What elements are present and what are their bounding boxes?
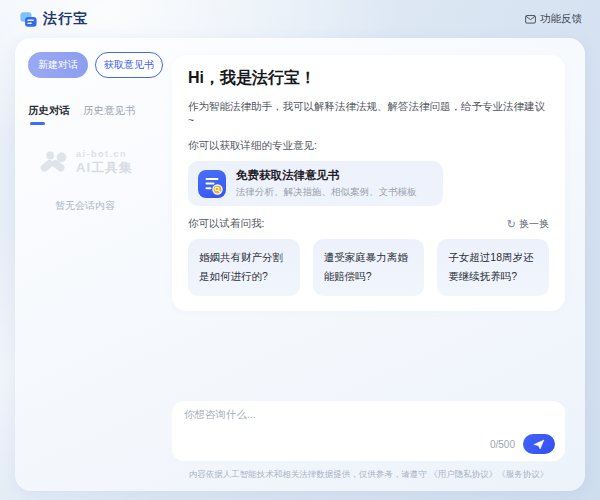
conversation-empty-space <box>172 311 565 401</box>
empty-conversation-text: 暂无会话内容 <box>28 199 142 213</box>
sidebar: 新建对话 获取意见书 历史对话 历史意见书 <box>15 38 150 491</box>
terms-of-service-link[interactable]: 《服务协议》 <box>497 469 548 479</box>
refresh-icon: ↻ <box>507 218 516 231</box>
watermark-url: ai-bot.cn <box>76 149 133 159</box>
main-panel: 新建对话 获取意见书 历史对话 历史意见书 <box>15 38 585 491</box>
question-card-1[interactable]: 婚姻共有财产分割是如何进行的? <box>188 239 300 296</box>
greeting-description: 作为智能法律助手，我可以解释法律法规、解答法律问题，给予专业法律建议~ <box>188 100 549 126</box>
logo-icon <box>20 11 37 28</box>
send-icon <box>533 439 545 450</box>
tab-history-chats[interactable]: 历史对话 <box>28 104 70 125</box>
tab-history-chats-label: 历史对话 <box>28 104 70 116</box>
message-input[interactable] <box>184 408 555 434</box>
send-button[interactable] <box>523 434 555 454</box>
feedback-button[interactable]: 功能反馈 <box>525 12 582 26</box>
tab-history-opinions-label: 历史意见书 <box>83 104 136 116</box>
active-tab-underline <box>30 122 45 125</box>
opinion-card-title: 免费获取法律意见书 <box>236 168 417 183</box>
char-counter: 0/500 <box>490 439 515 450</box>
chat-area: Hi，我是法行宝！ 作为智能法律助手，我可以解释法律法规、解答法律问题，给予专业… <box>150 38 585 491</box>
disclaimer-text: 内容依据人工智能技术和相关法律数据提供，仅供参考，请遵守 <box>189 469 429 479</box>
question-card-2[interactable]: 遭受家庭暴力离婚能赔偿吗? <box>313 239 425 296</box>
sidebar-actions: 新建对话 获取意见书 <box>28 52 142 78</box>
question-card-3[interactable]: 子女超过18周岁还要继续抚养吗? <box>437 239 549 296</box>
message-composer: 0/500 <box>172 401 565 461</box>
app-logo[interactable]: 法行宝 <box>20 10 88 28</box>
privacy-policy-link[interactable]: 《用户隐私协议》 <box>429 469 497 479</box>
aibot-logo-icon <box>37 149 71 177</box>
app-header: 法行宝 功能反馈 <box>0 0 600 38</box>
greeting-title: Hi，我是法行宝！ <box>188 68 549 89</box>
feedback-label: 功能反馈 <box>540 12 582 26</box>
tab-history-opinions[interactable]: 历史意见书 <box>83 104 136 125</box>
new-chat-button[interactable]: 新建对话 <box>28 52 88 78</box>
page: 法行宝 功能反馈 新建对话 获取意见书 历史对话 <box>0 0 600 500</box>
composer-bottom-bar: 0/500 <box>184 434 555 454</box>
suggest-intro-text: 你可以试着问我: <box>188 217 264 231</box>
watermark: ai-bot.cn AI工具集 <box>28 149 142 177</box>
legal-document-icon <box>198 170 226 198</box>
refresh-questions-button[interactable]: ↻ 换一换 <box>507 217 549 231</box>
history-tabs: 历史对话 历史意见书 <box>28 104 142 125</box>
opinion-card-text: 免费获取法律意见书 法律分析、解决措施、相似案例、文书模板 <box>236 168 417 199</box>
opinion-intro-text: 你可以获取详细的专业意见: <box>188 139 549 153</box>
opinion-card-subtitle: 法律分析、解决措施、相似案例、文书模板 <box>236 186 417 199</box>
suggestions-header: 你可以试着问我: ↻ 换一换 <box>188 217 549 231</box>
logo-title: 法行宝 <box>43 10 88 28</box>
envelope-icon <box>525 15 536 24</box>
suggested-questions: 婚姻共有财产分割是如何进行的? 遭受家庭暴力离婚能赔偿吗? 子女超过18周岁还要… <box>188 239 549 296</box>
free-opinion-card[interactable]: 免费获取法律意见书 法律分析、解决措施、相似案例、文书模板 <box>188 161 443 206</box>
watermark-name: AI工具集 <box>76 159 133 177</box>
watermark-text: ai-bot.cn AI工具集 <box>76 149 133 177</box>
footer-disclaimer: 内容依据人工智能技术和相关法律数据提供，仅供参考，请遵守 《用户隐私协议》《服务… <box>172 469 565 481</box>
greeting-card: Hi，我是法行宝！ 作为智能法律助手，我可以解释法律法规、解答法律问题，给予专业… <box>172 55 565 311</box>
refresh-label: 换一换 <box>519 217 549 231</box>
